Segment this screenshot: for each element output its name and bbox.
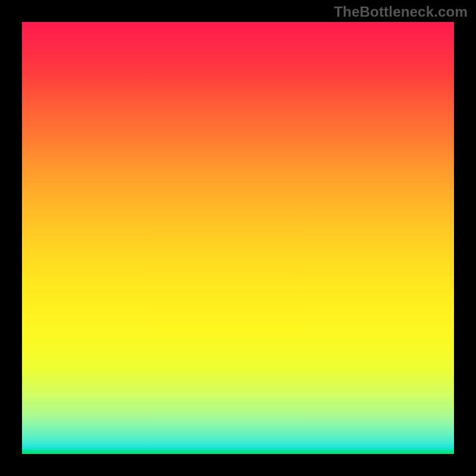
watermark-text: TheBottleneck.com bbox=[334, 4, 468, 20]
chart-frame: TheBottleneck.com bbox=[0, 0, 476, 476]
plot-area bbox=[22, 22, 454, 454]
background-gradient bbox=[22, 22, 454, 454]
